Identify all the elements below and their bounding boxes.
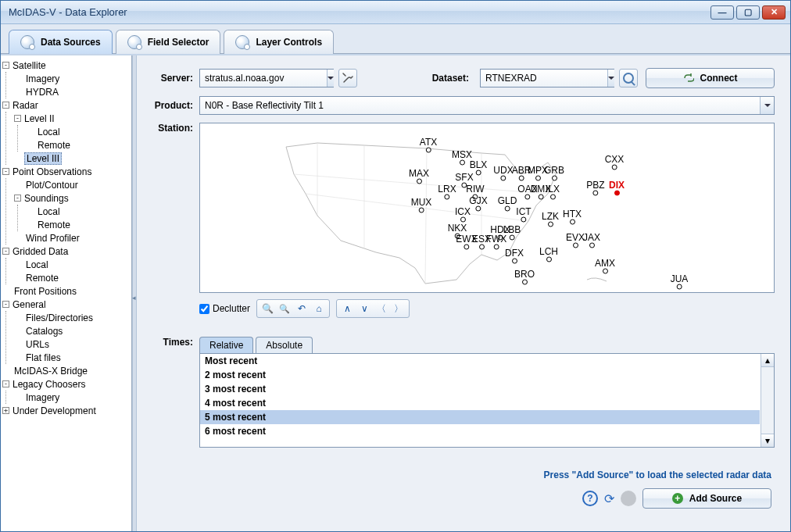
- product-combo[interactable]: [199, 96, 775, 115]
- station-EVX[interactable]: EVX: [566, 234, 585, 248]
- tree-toggle[interactable]: -: [2, 168, 9, 175]
- tree-snd-local[interactable]: Local: [38, 206, 60, 217]
- home-icon[interactable]: ⌂: [312, 302, 326, 316]
- times-item[interactable]: 2 most recent: [200, 368, 760, 382]
- splitter[interactable]: [132, 55, 137, 531]
- station-map[interactable]: ATXMSXBLXMAXSFXUDXABRMPXGRBLRXRIWOAXDMXI…: [199, 123, 775, 293]
- tree-toggle[interactable]: -: [2, 248, 9, 255]
- station-UDX[interactable]: UDX: [493, 166, 513, 181]
- tab-times-relative[interactable]: Relative: [199, 337, 253, 353]
- station-JUA[interactable]: JUA: [671, 275, 689, 290]
- tree-files[interactable]: Files/Directories: [26, 312, 93, 323]
- chevron-down-icon[interactable]: [760, 97, 774, 114]
- tree-toggle[interactable]: -: [2, 102, 9, 109]
- station-DFX[interactable]: DFX: [505, 249, 524, 264]
- station-JAX[interactable]: JAX: [583, 234, 600, 248]
- tree-general[interactable]: General: [13, 299, 46, 310]
- station-BRO[interactable]: BRO: [514, 270, 535, 285]
- tree-toggle[interactable]: -: [2, 301, 9, 308]
- tree-level3[interactable]: Level III: [24, 152, 62, 165]
- station-AMX[interactable]: AMX: [595, 259, 615, 274]
- station-HTX[interactable]: HTX: [563, 210, 582, 225]
- station-GJX[interactable]: GJX: [469, 197, 487, 212]
- tree-urls[interactable]: URLs: [26, 339, 49, 350]
- zoom-in-icon[interactable]: 🔍: [260, 302, 274, 316]
- tree-toggle[interactable]: -: [14, 195, 21, 202]
- tree-l2-local[interactable]: Local: [38, 127, 60, 137]
- pan-right-icon[interactable]: 〉: [392, 302, 406, 316]
- tree-legacy[interactable]: Legacy Choosers: [13, 379, 85, 390]
- station-ATX[interactable]: ATX: [420, 138, 437, 153]
- tab-field-selector[interactable]: Field Selector: [116, 30, 221, 54]
- station-LCH[interactable]: LCH: [539, 248, 558, 262]
- tree-toggle[interactable]: -: [14, 115, 21, 122]
- station-ICX[interactable]: ICX: [455, 208, 471, 223]
- times-list[interactable]: Most recent2 most recent3 most recent4 m…: [199, 354, 775, 448]
- tree-toggle[interactable]: -: [2, 62, 9, 69]
- station-MAX[interactable]: MAX: [409, 170, 429, 184]
- times-item[interactable]: Most recent: [200, 354, 760, 368]
- undo-icon[interactable]: ↶: [295, 302, 309, 316]
- station-CXX[interactable]: CXX: [605, 155, 625, 170]
- scroll-down-icon[interactable]: ▾: [761, 434, 774, 447]
- tab-data-sources[interactable]: Data Sources: [9, 30, 113, 54]
- pan-left-icon[interactable]: 〈: [374, 302, 388, 316]
- station-PBZ[interactable]: PBZ: [586, 181, 604, 196]
- chevron-down-icon[interactable]: [607, 70, 614, 87]
- tree-xbridge[interactable]: McIDAS-X Bridge: [14, 366, 88, 377]
- pan-down-icon[interactable]: ∨: [357, 302, 371, 316]
- tree-grid-local[interactable]: Local: [26, 259, 48, 270]
- server-combo[interactable]: [199, 69, 334, 87]
- scroll-up-icon[interactable]: ▴: [761, 354, 774, 367]
- scrollbar[interactable]: ▴ ▾: [761, 354, 774, 447]
- tree-front[interactable]: Front Positions: [14, 286, 77, 297]
- tree-flatfiles[interactable]: Flat files: [26, 352, 61, 363]
- tree-level2[interactable]: Level II: [24, 113, 55, 124]
- tree-catalogs[interactable]: Catalogs: [26, 326, 63, 337]
- times-item[interactable]: 4 most recent: [200, 396, 760, 410]
- tree-satellite[interactable]: Satellite: [13, 60, 46, 71]
- chooser-tree[interactable]: -Satellite Imagery HYDRA -Radar -Level I…: [1, 55, 132, 531]
- tree-leg-imagery[interactable]: Imagery: [26, 392, 59, 403]
- declutter-checkbox[interactable]: Declutter: [199, 303, 250, 314]
- server-input[interactable]: [200, 70, 327, 87]
- station-ILX[interactable]: ILX: [546, 185, 560, 200]
- station-GLD[interactable]: GLD: [498, 197, 517, 212]
- tree-plotcontour[interactable]: Plot/Contour: [26, 180, 78, 191]
- refresh-icon[interactable]: ⟳: [604, 491, 614, 506]
- station-LZK[interactable]: LZK: [542, 212, 559, 227]
- station-GRB[interactable]: GRB: [544, 166, 564, 181]
- station-DIX[interactable]: DIX: [609, 181, 625, 196]
- pan-up-icon[interactable]: ∧: [340, 302, 354, 316]
- tree-windprofiler[interactable]: Wind Profiler: [26, 233, 80, 244]
- add-source-button[interactable]: + Add Source: [642, 488, 771, 509]
- minimize-button[interactable]: —: [710, 5, 734, 20]
- tree-pointobs[interactable]: Point Observations: [13, 166, 91, 177]
- tree-underdev[interactable]: Under Development: [13, 405, 96, 416]
- tree-toggle[interactable]: -: [2, 380, 9, 387]
- chevron-down-icon[interactable]: [327, 70, 334, 87]
- connect-button[interactable]: Connect: [646, 68, 775, 88]
- declutter-input[interactable]: [199, 304, 209, 314]
- maximize-button[interactable]: ▢: [736, 5, 760, 20]
- server-manage-button[interactable]: [338, 69, 357, 87]
- tree-hydra[interactable]: HYDRA: [26, 87, 59, 98]
- tree-gridded[interactable]: Gridded Data: [13, 246, 68, 257]
- station-FWX[interactable]: FWX: [486, 235, 507, 250]
- tab-layer-controls[interactable]: Layer Controls: [224, 30, 334, 54]
- tree-toggle[interactable]: +: [2, 407, 9, 414]
- help-icon[interactable]: ?: [582, 491, 598, 506]
- product-input[interactable]: [200, 97, 760, 114]
- dataset-input[interactable]: [481, 70, 607, 87]
- dataset-combo[interactable]: [480, 69, 614, 87]
- tab-times-absolute[interactable]: Absolute: [256, 337, 313, 353]
- times-item[interactable]: 3 most recent: [200, 382, 760, 396]
- titlebar[interactable]: McIDAS-V - Data Explorer — ▢ ✕: [1, 1, 790, 24]
- tree-l2-remote[interactable]: Remote: [38, 140, 70, 151]
- tree-snd-remote[interactable]: Remote: [38, 220, 70, 230]
- times-item[interactable]: 5 most recent: [200, 410, 760, 424]
- station-ICT[interactable]: ICT: [516, 208, 531, 223]
- dataset-browse-button[interactable]: [619, 69, 638, 87]
- station-MUX[interactable]: MUX: [411, 198, 432, 213]
- station-LRX[interactable]: LRX: [438, 185, 456, 200]
